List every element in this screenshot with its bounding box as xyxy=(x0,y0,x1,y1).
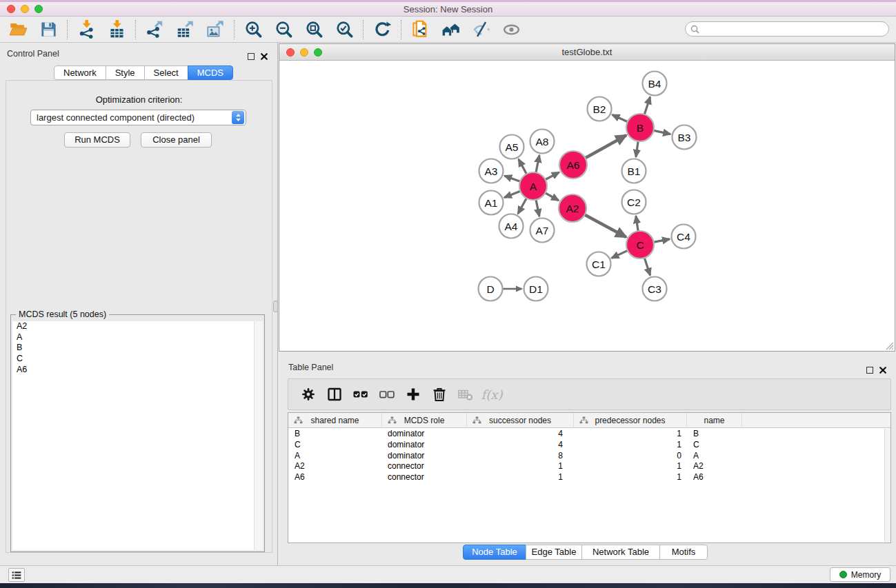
table-cell[interactable]: connector xyxy=(382,472,467,483)
memory-button[interactable]: Memory xyxy=(830,567,890,582)
table-cell[interactable]: 0 xyxy=(574,451,687,462)
table-cell[interactable]: 1 xyxy=(467,472,574,483)
new-network-from-selection-button[interactable] xyxy=(405,19,435,41)
zoom-in-button[interactable] xyxy=(238,19,268,41)
zoom-selected-button[interactable] xyxy=(329,19,359,41)
show-task-history-button[interactable] xyxy=(8,568,25,582)
table-cell[interactable]: connector xyxy=(382,461,467,472)
show-preview-button[interactable] xyxy=(496,19,526,41)
search-input[interactable] xyxy=(699,24,872,34)
export-image-button[interactable] xyxy=(200,19,230,41)
table-row[interactable]: A2connector11A2 xyxy=(288,461,890,472)
table-cell[interactable]: 1 xyxy=(574,440,687,451)
table-settings-button[interactable] xyxy=(295,383,321,406)
column-header-mcds-role[interactable]: MCDS role xyxy=(382,413,467,428)
graph-edge-A6-B[interactable] xyxy=(584,135,626,159)
column-header-predecessor-nodes[interactable]: predecessor nodes xyxy=(574,413,687,428)
table-cell[interactable]: 1 xyxy=(574,472,687,483)
search-field[interactable] xyxy=(685,21,889,37)
refresh-layout-button[interactable] xyxy=(367,19,397,41)
table-cell[interactable]: B xyxy=(687,429,742,440)
table-row[interactable]: Bdominator41B xyxy=(288,429,890,440)
table-cell[interactable]: A6 xyxy=(288,472,382,483)
mcds-result-item[interactable]: A6 xyxy=(12,365,263,376)
mcds-result-item[interactable]: C xyxy=(12,354,263,365)
graph-edge-A-A1[interactable] xyxy=(504,191,521,198)
column-header-name[interactable]: name xyxy=(687,413,742,428)
graph-edge-A-A6[interactable] xyxy=(544,172,559,181)
table-row[interactable]: A6connector11A6 xyxy=(288,472,890,483)
graph-edge-C-C1[interactable] xyxy=(612,250,629,258)
table-cell[interactable]: A xyxy=(288,451,382,462)
table-cell[interactable]: 1 xyxy=(467,461,574,472)
table-cell[interactable]: 4 xyxy=(467,429,574,440)
run-mcds-button[interactable]: Run MCDS xyxy=(64,132,130,148)
tab-style[interactable]: Style xyxy=(106,65,145,80)
graph-edge-B-B3[interactable] xyxy=(653,130,670,134)
graph-edge-B-B2[interactable] xyxy=(613,115,629,123)
function-builder-button[interactable]: f(x) xyxy=(479,383,505,406)
table-scrollbar[interactable] xyxy=(884,429,890,543)
network-canvas[interactable]: AA1A2A3A4A5A6A7A8BB1B2B3B4CC1C2C3C4DD1 xyxy=(279,61,895,351)
graph-edge-C-C2[interactable] xyxy=(636,216,638,232)
table-cell[interactable]: B xyxy=(288,429,382,440)
optimization-criterion-dropdown[interactable]: largest connected component (directed) xyxy=(30,110,246,125)
zoom-fit-button[interactable] xyxy=(299,19,329,41)
tab-network[interactable]: Network xyxy=(54,65,106,80)
tab-edge-table[interactable]: Edge Table xyxy=(526,545,582,560)
table-cell[interactable]: C xyxy=(687,440,742,451)
table-cell[interactable]: A2 xyxy=(288,461,382,472)
float-panel-icon[interactable] xyxy=(248,53,255,60)
table-row[interactable]: Cdominator41C xyxy=(288,440,890,451)
float-table-panel-icon[interactable] xyxy=(866,367,873,374)
table-cell[interactable]: 8 xyxy=(467,451,574,462)
table-cell[interactable]: A xyxy=(687,451,742,462)
graph-edge-B-B1[interactable] xyxy=(636,140,639,157)
split-table-button[interactable] xyxy=(321,383,348,406)
import-network-button[interactable] xyxy=(71,19,101,41)
tab-select[interactable]: Select xyxy=(144,65,188,80)
graph-edge-A-A8[interactable] xyxy=(536,155,539,174)
export-network-button[interactable] xyxy=(139,19,170,41)
import-table-button[interactable] xyxy=(101,19,132,41)
close-table-panel-icon[interactable] xyxy=(879,364,886,376)
table-cell[interactable]: dominator xyxy=(382,440,467,451)
window-resize-grip[interactable] xyxy=(884,341,894,350)
column-header-successor-nodes[interactable]: successor nodes xyxy=(467,413,574,428)
network-window-titlebar[interactable]: testGlobe.txt xyxy=(279,44,895,61)
delete-column-button[interactable] xyxy=(426,383,452,406)
save-session-button[interactable] xyxy=(33,19,63,41)
table-cell[interactable]: 1 xyxy=(574,429,687,440)
graph-edge-A-A7[interactable] xyxy=(536,199,539,216)
close-panel-icon[interactable] xyxy=(261,50,268,63)
table-row[interactable]: Adominator80A xyxy=(288,451,890,462)
mcds-result-item[interactable]: B xyxy=(12,343,263,354)
close-panel-button[interactable]: Close panel xyxy=(141,132,212,148)
panel-divider-grip-vertical[interactable] xyxy=(273,301,278,312)
tab-network-table[interactable]: Network Table xyxy=(581,545,660,560)
export-table-button[interactable] xyxy=(170,19,200,41)
deselect-all-button[interactable] xyxy=(374,383,400,406)
column-header-shared-name[interactable]: shared name xyxy=(288,413,382,428)
delete-table-button[interactable] xyxy=(452,383,479,406)
tab-node-table[interactable]: Node Table xyxy=(463,545,526,560)
table-cell[interactable]: dominator xyxy=(382,451,467,462)
graph-edge-A-A3[interactable] xyxy=(504,176,521,182)
table-cell[interactable]: C xyxy=(288,440,382,451)
graph-edge-A-A5[interactable] xyxy=(519,159,528,175)
table-cell[interactable]: 1 xyxy=(574,461,687,472)
graph-edge-A-A4[interactable] xyxy=(518,197,527,214)
home-button[interactable] xyxy=(435,19,466,41)
result-scrollbar[interactable] xyxy=(254,321,263,550)
graph-edge-A-A2[interactable] xyxy=(544,192,559,201)
graph-edge-C-C4[interactable] xyxy=(653,239,670,243)
zoom-out-button[interactable] xyxy=(268,19,299,41)
open-session-button[interactable] xyxy=(3,19,33,41)
table-cell[interactable]: A2 xyxy=(687,461,742,472)
tab-motifs[interactable]: Motifs xyxy=(659,545,708,560)
tab-mcds[interactable]: MCDS xyxy=(188,65,233,80)
mcds-result-item[interactable]: A2 xyxy=(12,321,263,332)
select-all-button[interactable] xyxy=(348,383,374,406)
table-cell[interactable]: 4 xyxy=(467,440,574,451)
graph-edge-C-C3[interactable] xyxy=(644,256,650,275)
